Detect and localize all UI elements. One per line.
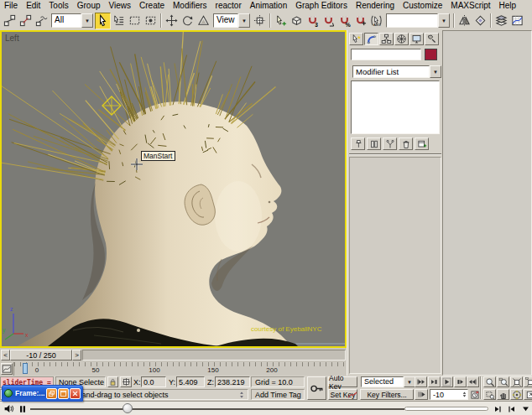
- step-back-button[interactable]: [492, 403, 503, 414]
- menu-item-maxscript[interactable]: MAXScript: [446, 1, 494, 10]
- head-model[interactable]: [17, 101, 298, 346]
- chevron-down-icon[interactable]: ▼: [438, 13, 450, 28]
- selection-filter-dropdown[interactable]: All▼: [51, 13, 93, 28]
- modifier-stack-list[interactable]: [351, 80, 440, 134]
- make-unique-button[interactable]: [383, 137, 397, 150]
- menu-item-modifiers[interactable]: Modifiers: [169, 1, 211, 10]
- select-and-move-button[interactable]: [164, 13, 180, 29]
- key-mode-toggle[interactable]: [415, 389, 428, 400]
- arc-rotate-button[interactable]: [510, 389, 523, 400]
- tab-modify[interactable]: [364, 33, 378, 45]
- next-frame-arrow-button[interactable]: >: [72, 350, 81, 361]
- menu-item-file[interactable]: File: [0, 1, 22, 10]
- select-object-button[interactable]: [95, 13, 111, 29]
- absolute-mode-toggle[interactable]: [120, 376, 132, 387]
- menu-item-customize[interactable]: Customize: [399, 1, 446, 10]
- pin-stack-button[interactable]: [351, 137, 365, 150]
- player-menu-arrow[interactable]: [521, 404, 530, 413]
- select-and-manipulate-button[interactable]: [273, 13, 289, 29]
- x-coord-field[interactable]: [141, 376, 166, 387]
- seek-bar[interactable]: [30, 408, 404, 410]
- maximize-button[interactable]: [58, 388, 69, 399]
- set-keys-button[interactable]: [307, 376, 326, 400]
- zoom-all-button[interactable]: [497, 376, 509, 387]
- menu-item-animation[interactable]: Animation: [246, 1, 291, 10]
- chevron-down-icon[interactable]: ▼: [238, 13, 250, 28]
- time-slider-track[interactable]: [82, 350, 346, 361]
- tab-hierarchy[interactable]: [379, 33, 394, 45]
- add-time-tag[interactable]: Add Time Tag: [251, 389, 305, 400]
- object-name-field[interactable]: [351, 49, 421, 60]
- key-filter-curve-icon[interactable]: [347, 389, 358, 400]
- chevron-down-icon[interactable]: ▼: [81, 13, 93, 28]
- tab-display[interactable]: [409, 33, 424, 45]
- show-end-result-button[interactable]: [367, 137, 381, 150]
- zoom-extents-button[interactable]: [510, 376, 523, 387]
- menu-item-graph-editors[interactable]: Graph Editors: [291, 1, 352, 10]
- go-to-end-button[interactable]: [467, 376, 479, 387]
- window-crossing-toggle-button[interactable]: [143, 13, 159, 29]
- zoom-extents-all-button[interactable]: [524, 376, 532, 387]
- select-and-rotate-button[interactable]: [180, 13, 196, 29]
- current-frame-marker[interactable]: [23, 363, 28, 374]
- region-zoom-button[interactable]: [483, 389, 496, 400]
- play-button[interactable]: [441, 376, 453, 387]
- select-and-link-button[interactable]: [2, 13, 18, 29]
- track-bar-ruler[interactable]: 050100150200: [13, 362, 347, 376]
- menu-item-rendering[interactable]: Rendering: [352, 1, 399, 10]
- min-max-toggle-button[interactable]: [524, 389, 532, 400]
- select-and-uniform-scale-button[interactable]: [196, 13, 211, 29]
- zoom-button[interactable]: [483, 376, 496, 387]
- menu-item-views[interactable]: Views: [105, 1, 136, 10]
- tab-utilities[interactable]: [425, 33, 439, 45]
- prompt-expand-icon[interactable]: [237, 390, 246, 399]
- previous-frame-button[interactable]: [428, 376, 441, 387]
- unlink-selection-button[interactable]: [18, 13, 34, 29]
- remove-modifier-button[interactable]: [399, 137, 413, 150]
- snaps-toggle-3d-button[interactable]: 3: [305, 13, 321, 29]
- select-by-name-button[interactable]: [111, 13, 127, 29]
- keyboard-shortcut-override-toggle-button[interactable]: [289, 13, 305, 29]
- viewport-label[interactable]: Left: [5, 34, 19, 43]
- go-to-start-button[interactable]: [415, 376, 427, 387]
- named-selection-sets-button[interactable]: ABC: [368, 13, 384, 29]
- reference-coordinate-system-dropdown[interactable]: View▼: [213, 13, 250, 28]
- pan-button[interactable]: [497, 389, 509, 400]
- rectangular-selection-region-button[interactable]: [127, 13, 143, 29]
- modifier-list-dropdown[interactable]: Modifier List ▼: [352, 65, 441, 78]
- spinner-snap-toggle-button[interactable]: [352, 13, 368, 29]
- z-coord-field[interactable]: [215, 376, 250, 387]
- object-color-swatch[interactable]: [425, 49, 437, 60]
- layer-manager-button[interactable]: [493, 13, 509, 29]
- angle-snap-toggle-button[interactable]: [321, 13, 336, 29]
- previous-frame-arrow-button[interactable]: <: [1, 350, 10, 361]
- tab-create[interactable]: [349, 33, 363, 45]
- time-slider-handle[interactable]: -10 / 250: [10, 350, 72, 361]
- configure-modifier-sets-button[interactable]: [415, 137, 429, 150]
- curve-editor-button[interactable]: [509, 13, 525, 29]
- step-forward-button[interactable]: [506, 403, 518, 414]
- menu-item-reactor[interactable]: reactor: [211, 1, 246, 10]
- viewport-left[interactable]: z x y Left ManStart courtesy of EyeballN…: [0, 30, 347, 348]
- time-configuration-button[interactable]: [470, 389, 480, 400]
- menu-item-group[interactable]: Group: [73, 1, 105, 10]
- speaker-icon[interactable]: [3, 403, 14, 414]
- key-selection-dropdown[interactable]: Selected ▼: [361, 376, 415, 387]
- chevron-down-icon[interactable]: ▼: [404, 376, 415, 387]
- auto-key-button[interactable]: Auto Key: [328, 376, 357, 387]
- seek-knob[interactable]: [123, 403, 133, 413]
- align-button[interactable]: [472, 13, 488, 29]
- named-sets-dropdown[interactable]: ▼: [386, 13, 450, 28]
- pause-button[interactable]: [17, 403, 28, 414]
- video-overlay-window[interactable]: Frame:...: [2, 385, 83, 402]
- menu-item-create[interactable]: Create: [135, 1, 169, 10]
- chevron-down-icon[interactable]: ▼: [430, 65, 441, 78]
- menu-item-edit[interactable]: Edit: [22, 1, 44, 10]
- open-mini-curve-editor-button[interactable]: [1, 363, 13, 375]
- bind-to-space-warp-button[interactable]: [34, 13, 50, 29]
- tab-motion[interactable]: [394, 33, 409, 45]
- selection-lock-toggle[interactable]: [107, 376, 118, 387]
- menu-item-tools[interactable]: Tools: [44, 1, 72, 10]
- key-filters-button[interactable]: Key Filters...: [360, 389, 414, 400]
- frame-spinner[interactable]: [460, 389, 468, 400]
